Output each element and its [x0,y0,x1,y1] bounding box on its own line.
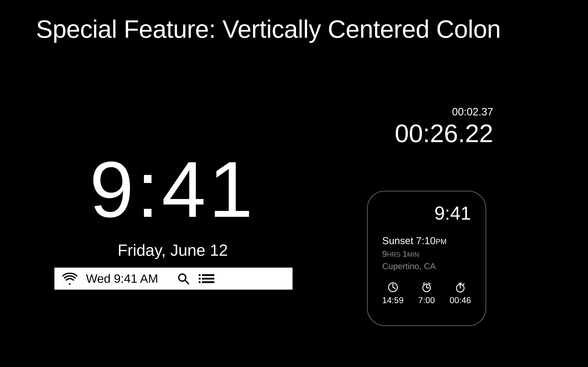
svg-rect-5 [202,274,214,276]
watch-time-remaining: 9HRS 1MIN [382,248,471,260]
watch-hours-unit: HRS [387,251,402,258]
search-icon [177,273,189,285]
lock-screen-block: 9:41 Friday, June 12 [90,150,256,259]
watch-mins-unit: MIN [407,251,419,258]
svg-line-1 [185,280,189,284]
watch-mins: 1 [402,249,407,259]
svg-line-15 [429,283,430,284]
svg-line-10 [393,287,395,288]
complication-alarm: 7:00 [417,282,436,305]
svg-line-14 [423,283,424,284]
complication-alarm-value: 7:00 [417,295,436,305]
menu-bar-time: Wed 9:41 AM [86,272,158,285]
watch-time: 9:41 [382,202,471,224]
complication-stopwatch: 00:46 [450,282,471,305]
lock-screen-date: Friday, June 12 [90,241,256,259]
alarm-icon [421,282,432,292]
stopwatch-icon [455,282,466,292]
list-icon [198,273,214,284]
stopwatch-block: 00:02.37 00:26.22 [356,106,493,146]
svg-point-3 [199,278,201,280]
lock-screen-time: 9:41 [90,150,256,229]
svg-rect-6 [202,278,214,280]
page-title: Special Feature: Vertically Centered Col… [36,16,501,43]
timer-icon [388,282,398,292]
complication-stopwatch-value: 00:46 [450,295,471,305]
complication-timer-value: 14:59 [382,295,404,305]
watch-hours: 9 [382,249,387,259]
watch-card: 9:41 Sunset 7:10PM 9HRS 1MIN Cupertino, … [367,191,486,326]
watch-complications: 14:59 7:00 [382,282,471,305]
svg-point-4 [199,281,201,283]
stopwatch-lap: 00:02.37 [356,106,493,118]
menu-bar: Wed 9:41 AM [54,268,293,290]
watch-sunset-label: Sunset [382,235,416,246]
watch-sunset-time: 7:10 [416,235,436,246]
svg-line-20 [463,284,464,285]
watch-sunset-ampm: PM [436,238,447,246]
svg-rect-7 [202,281,214,283]
watch-location: Cupertino, CA [382,260,471,272]
svg-point-2 [199,274,201,276]
stopwatch-elapsed: 00:26.22 [356,121,493,146]
watch-sunset: Sunset 7:10PM [382,234,471,247]
wifi-icon [62,273,77,284]
complication-timer: 14:59 [382,282,404,305]
